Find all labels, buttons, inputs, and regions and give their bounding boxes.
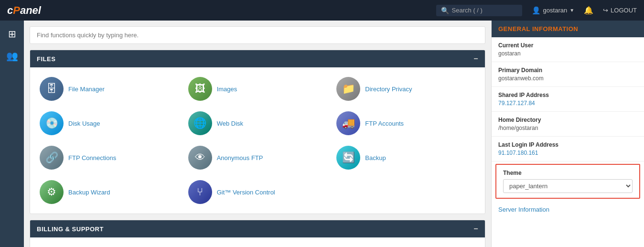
menu-item-disk-usage[interactable]: 💿 Disk Usage <box>35 108 183 138</box>
header-highlight: GENERAL <box>498 25 530 32</box>
images-label: Images <box>217 86 237 93</box>
shared-ip-row: Shared IP Address 79.127.127.84 <box>492 87 644 112</box>
git-icon: ⑂ <box>188 180 212 204</box>
files-section-title: FILES <box>37 55 55 63</box>
logout-button[interactable]: ↪ LOGOUT <box>603 7 637 14</box>
logout-icon: ↪ <box>603 7 608 14</box>
backup-label: Backup <box>365 154 386 161</box>
last-login-label: Last Login IP Address <box>498 141 637 148</box>
backup-icon: 🔄 <box>336 146 360 170</box>
shared-ip-label: Shared IP Address <box>498 92 637 98</box>
billing-section-body: 📢 News & Announcements 💳 Manage Billing … <box>30 237 485 247</box>
menu-item-backup-wizard[interactable]: ⚙ Backup Wizard <box>35 177 183 207</box>
content-area: FILES − 🗄 File Manager 🖼 Images 📁 Direct… <box>24 21 491 247</box>
notifications-bell[interactable]: 🔔 <box>584 6 593 15</box>
backup-wizard-icon: ⚙ <box>40 180 64 204</box>
home-dir-label: Home Directory <box>498 117 637 123</box>
home-dir-value: /home/gostaran <box>498 125 637 131</box>
user-icon: 👤 <box>532 6 541 15</box>
menu-item-web-disk[interactable]: 🌐 Web Disk <box>183 108 332 138</box>
disk-usage-label: Disk Usage <box>68 120 100 127</box>
function-search-input[interactable] <box>30 26 485 44</box>
files-section: FILES − 🗄 File Manager 🖼 Images 📁 Direct… <box>30 50 485 214</box>
web-disk-icon: 🌐 <box>188 111 212 135</box>
server-information-link[interactable]: Server Information <box>492 201 644 218</box>
billing-section-title: BILLING & SUPPORT <box>37 226 104 233</box>
ftp-connections-label: FTP Connections <box>68 154 116 161</box>
anonymous-ftp-icon: 👁 <box>188 146 212 170</box>
left-sidebar: ⊞ 👥 <box>0 21 24 247</box>
username-label: gostaran <box>543 7 568 14</box>
web-disk-label: Web Disk <box>217 120 243 127</box>
ftp-accounts-icon: 🚚 <box>336 111 360 135</box>
current-user-row: Current User gostaran <box>492 37 644 62</box>
git-label: Git™ Version Control <box>217 189 275 196</box>
primary-domain-label: Primary Domain <box>498 67 637 74</box>
directory-privacy-label: Directory Privacy <box>365 86 412 93</box>
theme-row: Theme paper_lantern <box>495 164 640 199</box>
menu-item-download[interactable]: ⬇ Download Resources <box>332 244 480 247</box>
ftp-accounts-label: FTP Accounts <box>365 120 404 127</box>
menu-item-git[interactable]: ⑂ Git™ Version Control <box>183 177 332 207</box>
right-panel-header: GENERAL INFORMATION <box>492 21 644 37</box>
top-search[interactable]: 🔍 Search ( / ) <box>436 5 522 16</box>
theme-select[interactable]: paper_lantern <box>503 179 633 193</box>
menu-item-backup[interactable]: 🔄 Backup <box>332 143 480 172</box>
billing-section-header: BILLING & SUPPORT − <box>30 220 485 237</box>
last-login-value[interactable]: 91.107.180.161 <box>498 150 637 156</box>
main-layout: ⊞ 👥 FILES − 🗄 File Manager 🖼 Images <box>0 21 644 247</box>
ftp-connections-icon: 🔗 <box>40 146 64 170</box>
billing-collapse-icon[interactable]: − <box>473 225 478 233</box>
menu-item-file-manager[interactable]: 🗄 File Manager <box>35 74 183 104</box>
primary-domain-value: gostaranweb.com <box>498 75 637 82</box>
menu-item-ftp-connections[interactable]: 🔗 FTP Connections <box>35 143 183 172</box>
collapse-icon[interactable]: − <box>473 54 478 63</box>
anonymous-ftp-label: Anonymous FTP <box>217 154 263 161</box>
menu-item-ftp-accounts[interactable]: 🚚 FTP Accounts <box>332 108 480 138</box>
menu-item-news[interactable]: 📢 News & Announcements <box>35 244 183 247</box>
file-manager-icon: 🗄 <box>40 77 64 101</box>
file-manager-label: File Manager <box>68 86 105 93</box>
user-menu[interactable]: 👤 gostaran ▼ <box>532 6 575 15</box>
sidebar-users-icon[interactable]: 👥 <box>3 47 21 64</box>
images-icon: 🖼 <box>188 77 212 101</box>
cpanel-logo: cPanel <box>7 4 41 17</box>
shared-ip-value[interactable]: 79.127.127.84 <box>498 100 637 107</box>
backup-wizard-label: Backup Wizard <box>68 189 110 196</box>
search-icon: 🔍 <box>441 7 449 14</box>
last-login-row: Last Login IP Address 91.107.180.161 <box>492 137 644 161</box>
menu-item-billing[interactable]: 💳 Manage Billing Information <box>183 244 332 247</box>
search-label: Search ( / ) <box>452 7 483 14</box>
menu-item-anonymous-ftp[interactable]: 👁 Anonymous FTP <box>183 143 332 172</box>
home-dir-row: Home Directory /home/gostaran <box>492 112 644 137</box>
header-rest: INFORMATION <box>532 25 578 32</box>
menu-item-images[interactable]: 🖼 Images <box>183 74 332 104</box>
directory-privacy-icon: 📁 <box>336 77 360 101</box>
disk-usage-icon: 💿 <box>40 111 64 135</box>
current-user-label: Current User <box>498 42 637 49</box>
menu-item-directory-privacy[interactable]: 📁 Directory Privacy <box>332 74 480 104</box>
theme-label: Theme <box>503 170 633 176</box>
billing-section: BILLING & SUPPORT − 📢 News & Announcemen… <box>30 220 485 247</box>
right-panel: GENERAL INFORMATION Current User gostara… <box>491 21 644 247</box>
primary-domain-row: Primary Domain gostaranweb.com <box>492 62 644 87</box>
top-navigation: cPanel 🔍 Search ( / ) 👤 gostaran ▼ 🔔 ↪ L… <box>0 0 644 21</box>
current-user-value: gostaran <box>498 50 637 57</box>
sidebar-grid-icon[interactable]: ⊞ <box>5 25 19 43</box>
chevron-down-icon: ▼ <box>569 8 574 13</box>
logout-label: LOGOUT <box>611 7 637 14</box>
files-section-body: 🗄 File Manager 🖼 Images 📁 Directory Priv… <box>30 67 485 214</box>
files-section-header: FILES − <box>30 50 485 67</box>
